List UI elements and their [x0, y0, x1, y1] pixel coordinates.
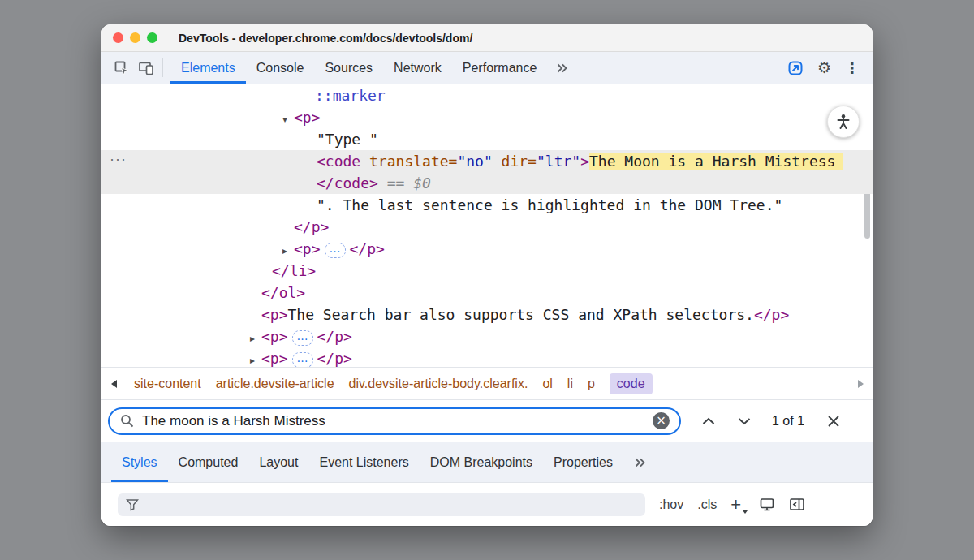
collapsed-children-icon[interactable]: …: [292, 352, 313, 367]
dom-node-row[interactable]: ▾<p>: [101, 106, 873, 128]
overflow-menu-icon[interactable]: ⋮: [845, 61, 860, 75]
settings-gear-icon[interactable]: ⚙: [817, 60, 831, 75]
element-classes-button[interactable]: .cls: [697, 498, 717, 512]
dom-node-row[interactable]: </code> == $0: [101, 172, 873, 194]
dom-token: [493, 153, 502, 170]
toggle-element-state-button[interactable]: :hov: [659, 498, 683, 512]
tab-properties[interactable]: Properties: [543, 442, 623, 482]
dom-token: ::marker: [315, 87, 386, 104]
dom-token: </ol>: [261, 284, 305, 301]
dom-node-row[interactable]: </ol>: [101, 282, 873, 304]
devtools-window: DevTools - developer.chrome.com/docs/dev…: [101, 24, 873, 526]
dom-node-row[interactable]: "Type ": [101, 128, 873, 150]
dom-token: </p>: [294, 218, 329, 235]
filter-funnel-icon: [126, 498, 139, 511]
breadcrumb-ol[interactable]: ol: [542, 377, 552, 391]
breadcrumb-scroll-right-icon[interactable]: [848, 368, 873, 399]
close-window-button[interactable]: [113, 32, 123, 43]
tab-sources[interactable]: Sources: [314, 52, 383, 84]
tab-network[interactable]: Network: [383, 52, 452, 84]
dom-token: <code: [317, 153, 360, 170]
disclosure-arrow-icon[interactable]: ▸: [250, 328, 261, 350]
search-input[interactable]: [142, 413, 645, 429]
search-results-count: 1 of 1: [772, 414, 804, 429]
tab-console[interactable]: Console: [246, 52, 315, 84]
window-title: DevTools - developer.chrome.com/docs/dev…: [179, 32, 472, 45]
toggle-sidebar-icon[interactable]: [789, 497, 805, 512]
tab-styles[interactable]: Styles: [111, 442, 168, 482]
device-toolbar-icon[interactable]: [134, 52, 158, 84]
dom-token: </p>: [754, 306, 789, 323]
toolbar-right-actions: ⚙ ⋮: [787, 52, 873, 84]
tab-event-listeners[interactable]: Event Listeners: [308, 442, 419, 482]
tab-layout[interactable]: Layout: [248, 442, 308, 482]
dom-node-row[interactable]: ▸<p>…</p>: [101, 238, 873, 260]
dom-token: [360, 153, 369, 170]
inspect-element-icon[interactable]: [110, 52, 134, 84]
more-panels-icon[interactable]: [547, 52, 577, 84]
previous-result-icon[interactable]: [702, 417, 715, 425]
breadcrumb-p[interactable]: p: [588, 377, 595, 391]
rendering-emulations-icon[interactable]: [759, 497, 775, 513]
dom-token: ". The last sentence is highlighted in t…: [317, 196, 782, 213]
node-options-icon[interactable]: ···: [110, 149, 127, 170]
more-sidebar-tabs-icon[interactable]: [623, 442, 657, 482]
disclosure-arrow-icon[interactable]: ▸: [282, 240, 294, 262]
dom-node-row[interactable]: ". The last sentence is highlighted in t…: [101, 194, 873, 216]
dom-token: translate=: [369, 153, 457, 170]
new-style-rule-caret-icon: [743, 510, 748, 514]
minimize-window-button[interactable]: [130, 32, 140, 43]
dom-token: <p>: [294, 109, 321, 126]
toolbar-divider: [162, 58, 163, 77]
dom-search-bar: × 1 of 1: [101, 399, 873, 442]
dom-token: The Search bar also supports CSS and XPa…: [288, 306, 754, 323]
breadcrumb-bar: site-contentarticle.devsite-articlediv.d…: [101, 367, 873, 399]
breadcrumb-site-content[interactable]: site-content: [134, 377, 201, 391]
tab-dom-breakpoints[interactable]: DOM Breakpoints: [420, 442, 543, 482]
dom-token: <p>: [261, 306, 288, 323]
dom-node-row[interactable]: ▸<p>…</p>: [101, 347, 873, 367]
breadcrumb-scroll-left-icon[interactable]: [101, 368, 126, 399]
search-input-box: ×: [108, 407, 681, 435]
traffic-lights: [113, 32, 157, 43]
dom-token: <p>: [261, 350, 288, 367]
search-icon: [119, 413, 135, 429]
dom-node-row[interactable]: </p>: [101, 216, 873, 238]
breadcrumb-article-devsite-article[interactable]: article.devsite-article: [216, 377, 334, 391]
sidebar-tab-bar: StylesComputedLayoutEvent ListenersDOM B…: [101, 442, 873, 482]
zoom-window-button[interactable]: [147, 32, 157, 43]
dom-node-row[interactable]: ::marker: [101, 84, 873, 106]
new-style-rule-button[interactable]: +: [730, 496, 745, 514]
elements-dom-tree: ::marker▾<p>"Type "···<code translate="n…: [101, 84, 873, 367]
dom-token: </p>: [317, 328, 352, 345]
disclosure-arrow-icon[interactable]: ▸: [250, 350, 261, 367]
dom-token: "no": [457, 153, 492, 170]
dom-node-row[interactable]: </li>: [101, 260, 873, 282]
next-result-icon[interactable]: [738, 417, 751, 425]
dom-token: dir=: [502, 153, 537, 170]
clear-search-icon[interactable]: ×: [653, 412, 670, 429]
close-search-icon[interactable]: [827, 415, 840, 428]
sidebar-tab-strip: StylesComputedLayoutEvent ListenersDOM B…: [111, 442, 623, 482]
dom-node-row[interactable]: <p>The Search bar also supports CSS and …: [101, 304, 873, 325]
styles-filter-input[interactable]: [118, 493, 645, 516]
dom-node-row[interactable]: ···<code translate="no" dir="ltr">The Mo…: [101, 150, 873, 172]
devtools-toolbar: ElementsConsoleSourcesNetworkPerformance…: [101, 52, 873, 84]
collapsed-children-icon[interactable]: …: [325, 243, 346, 258]
breadcrumb: site-contentarticle.devsite-articlediv.d…: [126, 373, 848, 394]
disclosure-arrow-icon[interactable]: ▾: [282, 109, 294, 131]
tab-elements[interactable]: Elements: [170, 52, 246, 84]
tab-computed[interactable]: Computed: [168, 442, 249, 482]
open-issues-icon[interactable]: [787, 60, 804, 76]
dom-token: </code>: [317, 174, 378, 192]
tab-performance[interactable]: Performance: [452, 52, 548, 84]
titlebar: DevTools - developer.chrome.com/docs/dev…: [101, 24, 873, 52]
dom-token: </p>: [317, 350, 352, 367]
dom-token: "Type ": [317, 131, 378, 148]
breadcrumb-code[interactable]: code: [610, 373, 653, 394]
breadcrumb-div-devsite-article-body-clearfix[interactable]: div.devsite-article-body.clearfix.: [349, 377, 528, 391]
collapsed-children-icon[interactable]: …: [292, 330, 313, 346]
styles-toolbar: :hov .cls +: [101, 482, 873, 526]
dom-node-row[interactable]: ▸<p>…</p>: [101, 325, 873, 347]
breadcrumb-li[interactable]: li: [567, 377, 573, 391]
